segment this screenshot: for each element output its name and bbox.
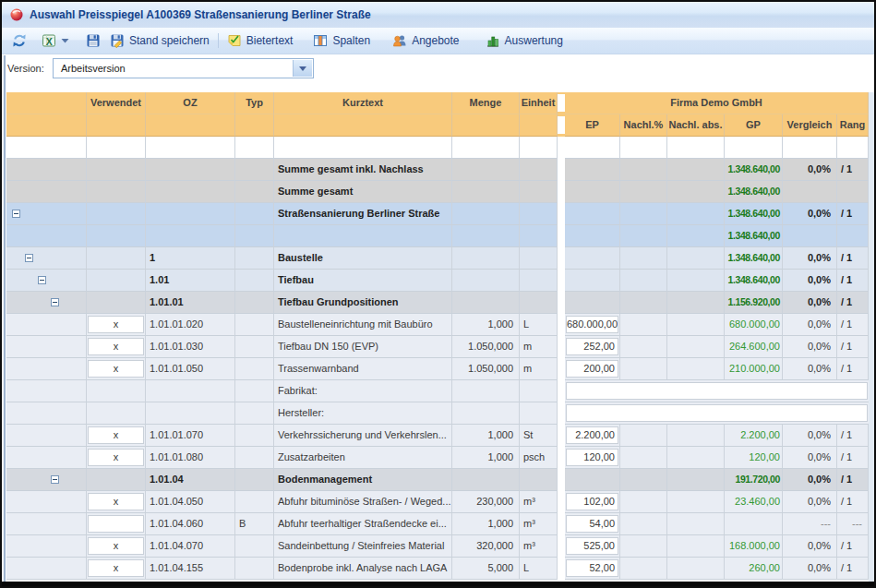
- save-version-button[interactable]: Stand speichern: [107, 31, 212, 50]
- ep-input[interactable]: 252,00: [566, 338, 618, 355]
- vergleich-value: 0,0%: [808, 562, 831, 573]
- cell-vergleich: 0,0%: [783, 358, 837, 380]
- table-row[interactable]: 1.348.640,00: [6, 225, 869, 247]
- ep-input[interactable]: 680.000,00: [566, 316, 618, 333]
- verwendet-checkbox[interactable]: x: [88, 338, 144, 355]
- table-row[interactable]: x1.01.04.155Bodenprobe inkl. Analyse nac…: [6, 558, 869, 580]
- ep-input[interactable]: 525,00: [566, 537, 618, 555]
- cell-gp: 2.200,00: [725, 425, 783, 447]
- table-row[interactable]: 1.01.04Bodenmanagement191.720,000,0%/ 1: [6, 469, 869, 491]
- column-header-gp[interactable]: GP: [725, 114, 783, 137]
- verwendet-checkbox[interactable]: x: [88, 559, 144, 577]
- verwendet-checkbox[interactable]: [88, 515, 144, 533]
- cell-ep: [565, 137, 620, 159]
- row-divider: [558, 513, 565, 535]
- ep-input[interactable]: 54,00: [566, 515, 618, 533]
- column-header[interactable]: [6, 92, 87, 114]
- spalten-label: Spalten: [332, 34, 370, 47]
- column-header-einheit[interactable]: Einheit: [520, 92, 558, 114]
- cell-nachl-prozent: [620, 314, 667, 336]
- gp-value: 2.200,00: [740, 429, 780, 440]
- ep-input[interactable]: 120,00: [566, 449, 618, 466]
- version-combobox[interactable]: Arbeitsversion: [53, 58, 314, 78]
- collapse-icon[interactable]: [38, 276, 46, 284]
- bietertext-button[interactable]: Bietertext: [224, 31, 296, 50]
- table-row[interactable]: x1.01.04.050Abfuhr bituminöse Straßen- /…: [6, 491, 869, 513]
- verwendet-checkbox[interactable]: x: [88, 316, 144, 333]
- verwendet-checkbox[interactable]: x: [88, 360, 144, 378]
- table-row[interactable]: Fabrikat:: [6, 380, 869, 402]
- cell-verwendet: [87, 380, 146, 402]
- column-header-nachlabs[interactable]: Nachl. abs.: [667, 114, 725, 137]
- ep-input[interactable]: 52,00: [566, 559, 618, 577]
- cell-nachl-abs: [667, 358, 725, 380]
- text-input[interactable]: [566, 404, 868, 422]
- collapse-icon[interactable]: [12, 210, 20, 218]
- ep-input[interactable]: 200,00: [566, 360, 618, 378]
- table-row[interactable]: x1.01.01.030Tiefbau DN 150 (EVP)1.050,00…: [6, 336, 869, 358]
- cell-kurztext: Hersteller:: [274, 402, 452, 425]
- cell-oz: [146, 159, 235, 181]
- refresh-button[interactable]: [9, 31, 30, 50]
- cell-oz: [146, 225, 235, 247]
- angebote-button[interactable]: Angebote: [390, 31, 462, 50]
- cell-gp: 1.348.640,00: [725, 159, 783, 181]
- verwendet-checkbox[interactable]: x: [88, 449, 144, 466]
- verwendet-checkbox[interactable]: x: [88, 493, 144, 510]
- column-header-menge[interactable]: Menge: [452, 92, 520, 114]
- save-button[interactable]: [83, 31, 103, 50]
- row-divider: [558, 491, 565, 513]
- cell-verwendet: x: [87, 535, 146, 558]
- table-row[interactable]: x1.01.01.080Zusatzarbeiten1,000psch120,0…: [6, 447, 869, 469]
- cell-einheit: [520, 247, 558, 270]
- excel-export-button[interactable]: X: [39, 31, 72, 50]
- rang-value: / 1: [841, 341, 852, 352]
- verwendet-checkbox[interactable]: x: [88, 537, 144, 555]
- column-header-typ[interactable]: Typ: [235, 92, 274, 114]
- auswertung-button[interactable]: Auswertung: [483, 31, 566, 50]
- cell-verwendet: [87, 270, 146, 292]
- cell-vergleich: 0,0%: [783, 336, 837, 358]
- column-header-supplier[interactable]: Firma Demo GmbH: [565, 92, 869, 114]
- cell-nachl-prozent: [620, 225, 667, 247]
- column-header-nachl[interactable]: Nachl.%: [620, 114, 667, 137]
- table-row[interactable]: 1Baustelle1.348.640,000,0%/ 1: [6, 247, 869, 270]
- column-header-rang[interactable]: Rang: [837, 114, 869, 137]
- ep-input[interactable]: 2.200,00: [566, 426, 618, 444]
- cell-gp: [725, 513, 783, 535]
- cell-bidder-text: [565, 402, 869, 425]
- cell-rang: / 1: [837, 425, 869, 447]
- version-dropdown-button[interactable]: [293, 60, 312, 77]
- cell-kurztext: Sandeinbettung / Steinfreies Material: [274, 535, 452, 558]
- column-header-oz[interactable]: OZ: [146, 92, 235, 114]
- cell-nachl-abs: [667, 181, 725, 203]
- table-row[interactable]: Straßensanierung Berliner Straße1.348.64…: [6, 203, 869, 225]
- vergleich-value: 0,0%: [808, 163, 831, 174]
- row-divider: [558, 447, 565, 469]
- ep-input[interactable]: 102,00: [566, 493, 618, 510]
- spalten-button[interactable]: Spalten: [310, 31, 373, 50]
- table-row[interactable]: x1.01.01.020Baustelleneinrichtung mit Ba…: [6, 314, 869, 336]
- table-row[interactable]: x1.01.01.050Trassenwarnband1.050,000m200…: [6, 358, 869, 380]
- table-row[interactable]: 1.01.01Tiefbau Grundpositionen1.156.920,…: [6, 292, 869, 314]
- collapse-icon[interactable]: [25, 254, 33, 262]
- column-header-kurztext[interactable]: Kurztext: [274, 92, 452, 114]
- text-input[interactable]: [566, 382, 868, 400]
- table-row[interactable]: 1.01Tiefbau1.348.640,000,0%/ 1: [6, 270, 869, 292]
- table-row[interactable]: Summe gesamt1.348.640,00: [6, 181, 869, 203]
- column-header-ep[interactable]: EP: [565, 114, 620, 137]
- column-header-verwendet[interactable]: Verwendet: [87, 92, 146, 114]
- table-row[interactable]: [6, 137, 869, 159]
- rang-value: / 1: [841, 252, 852, 263]
- collapse-icon[interactable]: [51, 298, 59, 306]
- collapse-icon[interactable]: [51, 475, 59, 484]
- table-row[interactable]: 1.01.04.060BAbfuhr teerhaltiger Straßend…: [6, 513, 869, 535]
- row-divider: [558, 137, 565, 159]
- table-row[interactable]: Hersteller:: [6, 402, 869, 425]
- cell-nachl-abs: [667, 535, 725, 558]
- table-row[interactable]: x1.01.04.070Sandeinbettung / Steinfreies…: [6, 535, 869, 558]
- column-header-vergleich[interactable]: Vergleich: [783, 114, 837, 137]
- table-row[interactable]: x1.01.01.070Verkehrssicherung und Verkeh…: [6, 425, 869, 447]
- table-row[interactable]: Summe gesamt inkl. Nachlass1.348.640,000…: [6, 159, 869, 181]
- verwendet-checkbox[interactable]: x: [88, 426, 144, 444]
